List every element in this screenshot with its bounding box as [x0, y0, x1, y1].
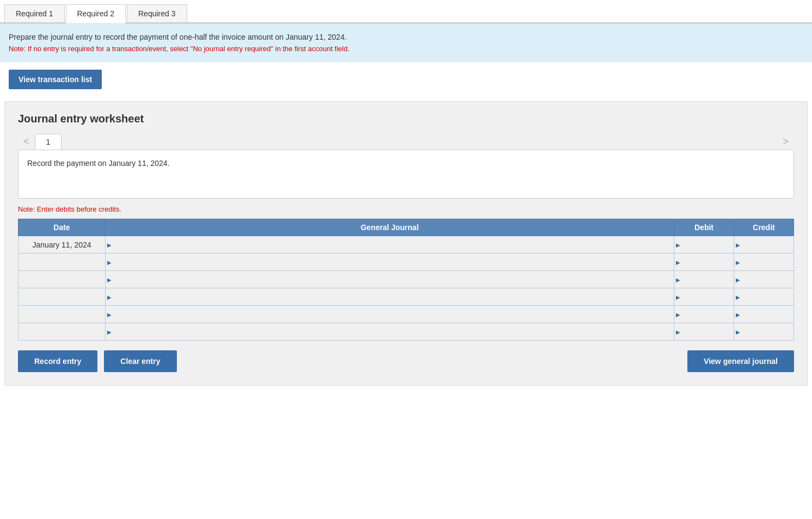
worksheet-container: Journal entry worksheet < 1 > Record the… [4, 101, 808, 386]
table-row [19, 271, 794, 288]
credit-input-2[interactable] [734, 272, 793, 287]
clear-entry-button[interactable]: Clear entry [104, 350, 176, 372]
view-transaction-wrap: View transaction list [0, 62, 812, 97]
date-cell-0: January 11, 2024 [19, 236, 106, 254]
debit-input-5[interactable] [674, 324, 734, 339]
general-journal-input-5[interactable] [106, 324, 674, 339]
general-journal-cell-1[interactable] [106, 254, 674, 271]
general-journal-input-3[interactable] [106, 289, 674, 305]
instruction-banner: Prepare the journal entry to record the … [0, 23, 812, 62]
credit-cell-2[interactable] [734, 271, 794, 288]
debits-note: Note: Enter debits before credits. [18, 205, 794, 213]
credit-cell-0[interactable] [734, 236, 794, 254]
sheet-tab-1[interactable]: 1 [35, 134, 62, 150]
credit-cell-5[interactable] [734, 323, 794, 341]
debit-input-4[interactable] [674, 307, 734, 322]
instruction-note-text: Note: If no entry is required for a tran… [9, 45, 349, 53]
table-row [19, 306, 794, 323]
general-journal-input-4[interactable] [106, 307, 674, 322]
header-date: Date [19, 219, 106, 236]
credit-input-0[interactable] [734, 237, 793, 252]
date-cell-2 [19, 271, 106, 288]
general-journal-cell-2[interactable] [106, 271, 674, 288]
debit-cell-1[interactable] [674, 254, 734, 271]
tab-required2[interactable]: Required 2 [66, 4, 126, 23]
date-cell-1 [19, 254, 106, 271]
debit-input-3[interactable] [674, 289, 734, 305]
debit-cell-3[interactable] [674, 288, 734, 306]
general-journal-cell-3[interactable] [106, 288, 674, 306]
credit-cell-3[interactable] [734, 288, 794, 306]
debit-input-0[interactable] [674, 237, 734, 252]
credit-input-4[interactable] [734, 307, 793, 322]
debit-cell-4[interactable] [674, 306, 734, 323]
general-journal-cell-4[interactable] [106, 306, 674, 323]
bottom-buttons: Record entry Clear entry View general jo… [18, 350, 794, 372]
credit-cell-1[interactable] [734, 254, 794, 271]
credit-input-1[interactable] [734, 255, 793, 270]
date-cell-3 [19, 288, 106, 306]
prev-sheet-arrow[interactable]: < [18, 134, 35, 150]
debit-cell-5[interactable] [674, 323, 734, 341]
sheet-nav: < 1 > [18, 134, 794, 150]
tabs-container: Required 1 Required 2 Required 3 [0, 0, 812, 23]
table-row [19, 323, 794, 341]
header-credit: Credit [734, 219, 794, 236]
date-cell-5 [19, 323, 106, 341]
credit-input-5[interactable] [734, 324, 793, 339]
credit-cell-4[interactable] [734, 306, 794, 323]
date-cell-4 [19, 306, 106, 323]
entry-description-text: Record the payment on January 11, 2024. [27, 159, 170, 168]
record-entry-button[interactable]: Record entry [18, 350, 97, 372]
general-journal-input-0[interactable] [106, 237, 674, 252]
view-transaction-button[interactable]: View transaction list [9, 70, 102, 89]
general-journal-cell-0[interactable] [106, 236, 674, 254]
debit-input-2[interactable] [674, 272, 734, 287]
general-journal-cell-5[interactable] [106, 323, 674, 341]
table-row [19, 254, 794, 271]
general-journal-input-2[interactable] [106, 272, 674, 287]
credit-input-3[interactable] [734, 289, 793, 305]
general-journal-input-1[interactable] [106, 255, 674, 270]
debit-cell-0[interactable] [674, 236, 734, 254]
debit-input-1[interactable] [674, 255, 734, 270]
tab-required3[interactable]: Required 3 [127, 4, 187, 22]
table-row: January 11, 2024 [19, 236, 794, 254]
view-general-journal-button[interactable]: View general journal [687, 350, 794, 372]
table-row [19, 288, 794, 306]
next-sheet-arrow[interactable]: > [777, 134, 794, 150]
journal-table: Date General Journal Debit Credit Januar… [18, 219, 794, 341]
worksheet-title: Journal entry worksheet [18, 113, 794, 125]
instruction-main-text: Prepare the journal entry to record the … [9, 33, 347, 41]
header-general-journal: General Journal [106, 219, 674, 236]
entry-description: Record the payment on January 11, 2024. [18, 150, 794, 199]
debit-cell-2[interactable] [674, 271, 734, 288]
header-debit: Debit [674, 219, 734, 236]
tab-required1[interactable]: Required 1 [4, 4, 65, 22]
